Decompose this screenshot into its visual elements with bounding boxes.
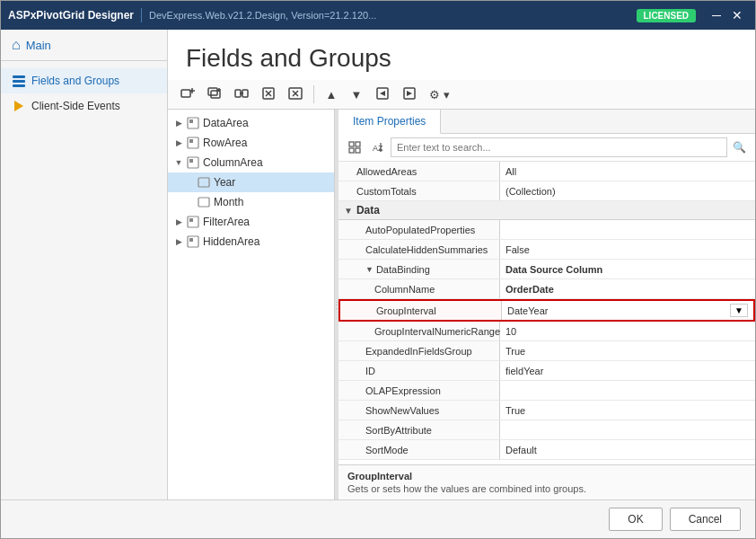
- tree-label-filter-area: FilterArea: [203, 216, 250, 228]
- tree-item-row-area[interactable]: ▶ RowArea: [168, 133, 334, 153]
- title-bar: ASPxPivotGrid Designer DevExpress.Web.v2…: [1, 1, 755, 30]
- tree-label-row-area: RowArea: [203, 137, 247, 149]
- ok-button[interactable]: OK: [609, 508, 662, 531]
- prop-name-calculate-hidden: CalculateHiddenSummaries: [338, 240, 500, 259]
- move-down-button[interactable]: ▼: [345, 84, 368, 105]
- cancel-button[interactable]: Cancel: [670, 508, 741, 531]
- prop-row-column-name: ColumnName OrderDate: [338, 279, 755, 299]
- prop-row-show-new-values: ShowNewValues True: [338, 401, 755, 420]
- prop-value-sort-by-attr: [500, 420, 755, 439]
- props-sort-button[interactable]: [344, 138, 365, 156]
- data-area-icon: [186, 116, 200, 130]
- props-table: AllowedAreas All CustomTotals (Collectio…: [338, 162, 755, 464]
- prop-name-show-new-values: ShowNewValues: [338, 401, 500, 420]
- page-header: Fields and Groups: [168, 30, 755, 80]
- svg-marker-25: [407, 91, 412, 96]
- prop-row-auto-populated: AutoPopulatedProperties: [338, 220, 755, 240]
- prop-value-sort-mode: Default: [500, 440, 755, 459]
- minimize-button[interactable]: ─: [707, 6, 726, 24]
- prop-row-group-interval[interactable]: GroupInterval DateYear ▼: [338, 299, 755, 322]
- prop-row-data-binding[interactable]: ▼ DataBinding Data Source Column: [338, 260, 755, 279]
- prop-row-custom-totals: CustomTotals (Collection): [338, 181, 755, 201]
- delete-all-button[interactable]: [283, 84, 308, 105]
- move-from-button[interactable]: [397, 84, 422, 105]
- expand-icon-filter: ▶: [171, 215, 186, 229]
- move-button[interactable]: [229, 84, 254, 105]
- toolbar: ▲ ▼ ⚙ ▾: [168, 80, 755, 110]
- tree-item-filter-area[interactable]: ▶ FilterArea: [168, 212, 334, 232]
- sidebar-item-fields-groups[interactable]: Fields and Groups: [1, 68, 167, 93]
- move-up-button[interactable]: ▲: [320, 84, 343, 105]
- delete-icon: [261, 86, 276, 103]
- month-icon: [197, 195, 211, 209]
- svg-rect-33: [198, 198, 209, 207]
- app-title: ASPxPivotGrid Designer: [8, 9, 134, 22]
- close-button[interactable]: ✕: [726, 6, 748, 24]
- expand-icon-month: [182, 195, 197, 209]
- main-content: ⌂ Main Fields and Groups Client-Side Eve…: [1, 30, 755, 499]
- prop-row-calculate-hidden: CalculateHiddenSummaries False: [338, 240, 755, 260]
- group-interval-value: DateYear: [507, 305, 548, 316]
- databinding-label: DataBinding: [376, 264, 430, 275]
- prop-name-expanded-fields: ExpandedInFieldsGroup: [338, 341, 500, 360]
- row-area-icon: [186, 136, 200, 150]
- prop-value-auto-populated: [500, 220, 755, 239]
- main-label: Main: [26, 39, 51, 52]
- description-panel: GroupInterval Gets or sets how the value…: [338, 464, 755, 499]
- content-split: ▶ DataArea ▶ RowArea: [168, 110, 755, 499]
- tree-item-month[interactable]: Month: [168, 192, 334, 212]
- prop-value-expanded-fields: True: [500, 341, 755, 360]
- sidebar-item-main[interactable]: ⌂ Main: [1, 30, 167, 60]
- settings-button[interactable]: ⚙ ▾: [424, 84, 455, 105]
- props-search-button[interactable]: 🔍: [729, 139, 750, 155]
- hidden-area-icon: [186, 234, 200, 249]
- add-group-button[interactable]: [202, 84, 227, 105]
- footer: OK Cancel: [1, 499, 755, 538]
- prop-row-olap: OLAPExpression: [338, 381, 755, 401]
- prop-name-group-interval-numeric: GroupIntervalNumericRange: [338, 322, 500, 340]
- tree-item-year[interactable]: Year: [168, 172, 334, 192]
- prop-name-id: ID: [338, 361, 500, 380]
- move-to-button[interactable]: [370, 84, 395, 105]
- prop-row-sort-mode: SortMode Default: [338, 440, 755, 460]
- prop-row-id: ID fieldYear: [338, 361, 755, 381]
- tree-item-hidden-area[interactable]: ▶ HiddenArea: [168, 232, 334, 252]
- delete-button[interactable]: [256, 84, 281, 105]
- prop-value-column-name: OrderDate: [500, 279, 755, 298]
- add-field-icon: [180, 86, 195, 103]
- column-area-icon: [186, 155, 200, 170]
- move-to-icon: [375, 86, 390, 103]
- prop-value-custom-totals: (Collection): [500, 181, 755, 200]
- props-alpha-button[interactable]: AZ: [367, 138, 389, 156]
- svg-rect-7: [208, 88, 217, 95]
- tree-panel: ▶ DataArea ▶ RowArea: [168, 110, 335, 499]
- main-window: ASPxPivotGrid Designer DevExpress.Web.v2…: [0, 0, 756, 539]
- tab-item-properties-label: Item Properties: [353, 115, 426, 128]
- svg-rect-31: [189, 159, 193, 163]
- group-expand-icon: ▼: [344, 206, 353, 216]
- fields-icon: [12, 74, 26, 88]
- group-interval-dropdown-button[interactable]: ▼: [730, 304, 748, 317]
- svg-rect-39: [356, 142, 360, 146]
- prop-value-data-binding: Data Source Column: [500, 260, 755, 278]
- title-separator: [141, 8, 142, 22]
- add-field-button[interactable]: [175, 84, 200, 105]
- home-icon: ⌂: [12, 37, 21, 53]
- prop-row-expanded-fields: ExpandedInFieldsGroup True: [338, 341, 755, 361]
- filter-area-icon: [186, 215, 200, 229]
- svg-rect-41: [356, 148, 360, 153]
- tree-item-column-area[interactable]: ▼ ColumnArea: [168, 153, 334, 172]
- prop-name-sort-mode: SortMode: [338, 440, 500, 459]
- svg-rect-0: [13, 75, 25, 78]
- svg-rect-38: [349, 142, 354, 146]
- svg-rect-40: [349, 148, 354, 153]
- sidebar-item-client-events[interactable]: Client-Side Events: [1, 93, 167, 119]
- prop-name-group-interval: GroupInterval: [340, 301, 502, 320]
- svg-rect-32: [198, 178, 209, 187]
- tab-item-properties[interactable]: Item Properties: [338, 110, 441, 134]
- tree-item-data-area[interactable]: ▶ DataArea: [168, 113, 334, 133]
- prop-group-data[interactable]: ▼ Data: [338, 201, 755, 220]
- tree-label-year: Year: [214, 176, 235, 189]
- props-search-input[interactable]: [391, 137, 727, 157]
- svg-rect-1: [13, 80, 25, 83]
